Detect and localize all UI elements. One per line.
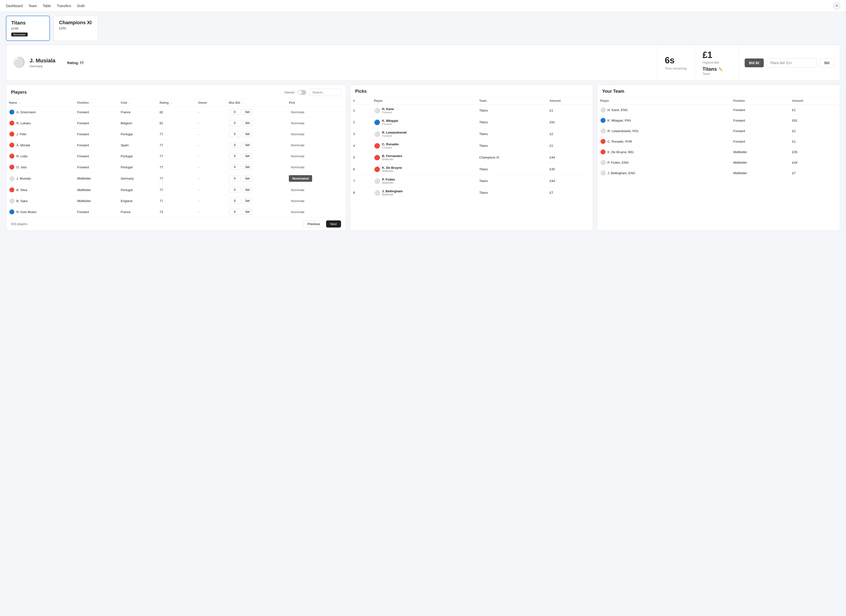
- max-bid-input[interactable]: [229, 187, 241, 193]
- nav-item-table[interactable]: Table: [43, 4, 51, 8]
- table-row: ⚪ R. Lewandowski, POL Forward £2: [597, 126, 840, 136]
- player-name-cell: 🔴 R. Lukaku: [6, 118, 74, 129]
- yt-player-name: K. De Bruyne, BEL: [608, 150, 634, 154]
- player-name: R. Leão: [16, 154, 28, 158]
- nominate-button[interactable]: Nominate: [289, 198, 307, 204]
- set-button[interactable]: Set: [242, 209, 252, 215]
- set-button[interactable]: Set: [242, 120, 252, 126]
- set-button[interactable]: Set: [242, 131, 252, 137]
- max-bid-input[interactable]: [229, 176, 241, 182]
- nominated-button[interactable]: Nominated: [289, 175, 312, 182]
- max-bid-input[interactable]: [229, 120, 241, 126]
- pagination: Previous Next: [303, 220, 341, 227]
- nav-item-team[interactable]: Team: [29, 4, 37, 8]
- pick-shirt: ⚪: [374, 178, 380, 184]
- team-card-titans[interactable]: Titans £249 Nominator: [6, 16, 50, 41]
- user-icon[interactable]: [833, 3, 840, 9]
- set-button[interactable]: Set: [242, 176, 252, 182]
- table-row: 🔴 J. Félix Forward Portugal 77 - Set Nom…: [6, 129, 346, 140]
- yt-position: Forward: [730, 126, 789, 136]
- team-cards-container: Titans £249 Nominator Champions XI £250: [6, 16, 98, 41]
- player-maxbid-cell: Set: [226, 151, 286, 162]
- table-row: ⚪ J. Bellingham, ENG Midfielder £7: [597, 168, 840, 178]
- nav-item-draft[interactable]: Draft: [77, 4, 84, 8]
- max-bid-input[interactable]: [229, 109, 241, 115]
- bid-button[interactable]: Bid $2: [745, 59, 764, 67]
- yt-amount: £1: [789, 105, 840, 115]
- nav-item-dashboard[interactable]: Dashboard: [6, 4, 23, 8]
- player-maxbid-cell: Set: [226, 118, 286, 129]
- set-button[interactable]: Set: [242, 164, 252, 170]
- pick-amount: £91: [546, 116, 593, 128]
- pick-shirt: 🔵: [374, 119, 380, 125]
- set-button[interactable]: Set: [242, 153, 252, 159]
- col-yt-player: Player: [597, 97, 730, 105]
- nominate-button[interactable]: Nominate: [289, 120, 307, 126]
- nominate-button[interactable]: Nominate: [289, 131, 307, 137]
- table-row: ⚪ P. Foden, ENG Midfielder £44: [597, 157, 840, 168]
- col-position: Position ↑↓: [74, 99, 118, 107]
- pick-team: Titans: [476, 105, 546, 116]
- table-row: 🔴 K. De Bruyne, BEL Midfielder £35: [597, 147, 840, 157]
- player-maxbid-cell: Set: [226, 129, 286, 140]
- max-bid-input[interactable]: [229, 164, 241, 170]
- max-bid-input[interactable]: [229, 209, 241, 215]
- players-table-footer: 933 players Previous Next: [6, 217, 346, 230]
- player-club: Portugal: [118, 185, 157, 195]
- search-input[interactable]: [309, 89, 341, 96]
- table-row: ⚪ J. Musiala Midfielder Germany 77 - Set…: [6, 173, 346, 185]
- previous-button[interactable]: Previous: [303, 220, 324, 227]
- player-position: Forward: [74, 140, 118, 151]
- nominate-button[interactable]: Nominate: [289, 187, 307, 193]
- player-maxbid-cell: Set: [226, 162, 286, 173]
- max-bid-input[interactable]: [229, 131, 241, 137]
- pick-player-name: B. Fernandes: [382, 154, 402, 158]
- nominate-button[interactable]: Nominate: [289, 164, 307, 170]
- player-position: Forward: [74, 129, 118, 140]
- player-position: Midfielder: [74, 185, 118, 195]
- max-bid-input[interactable]: [229, 142, 241, 148]
- table-row: 5 🔴 B. Fernandes Midfielder Champions XI…: [350, 152, 593, 163]
- player-maxbid-cell: Set: [226, 207, 286, 217]
- player-shirt: 🔴: [9, 121, 15, 125]
- player-name: A. Griezmann: [16, 110, 36, 114]
- nominate-button[interactable]: Nominate: [289, 109, 307, 115]
- auction-place-bid: Bid $2 Bid: [739, 45, 840, 81]
- auction-timer: 6s Time remaining: [657, 45, 695, 81]
- nominate-button[interactable]: Nominate: [289, 209, 307, 215]
- table-row: 🔴 R. Lukaku Forward Belgium 82 - Set Nom…: [6, 118, 346, 129]
- col-yt-amount: Amount: [789, 97, 840, 105]
- max-bid-input[interactable]: [229, 198, 241, 204]
- owned-toggle[interactable]: [297, 90, 306, 95]
- table-row: 🔴 R. Leão Forward Portugal 77 - Set Nomi…: [6, 151, 346, 162]
- main-content: ⚪ J. Musiala Germany Rating: 77 6s Time …: [0, 45, 846, 236]
- player-shirt: 🔴: [9, 143, 15, 147]
- set-button[interactable]: Set: [242, 109, 252, 115]
- nominate-button[interactable]: Nominate: [289, 153, 307, 159]
- nav-item-transfers[interactable]: Transfers: [57, 4, 71, 8]
- player-name-cell: ⚪ B. Saka: [6, 195, 74, 207]
- edit-icon[interactable]: ✏️: [719, 67, 723, 71]
- owned-label: Owned: [284, 91, 294, 94]
- max-bid-input[interactable]: [229, 153, 241, 159]
- set-button[interactable]: Set: [242, 198, 252, 204]
- col-num: #: [350, 97, 371, 105]
- auction-panel: ⚪ J. Musiala Germany Rating: 77 6s Time …: [6, 45, 840, 81]
- player-owner: -: [195, 195, 226, 207]
- next-button[interactable]: Next: [326, 220, 341, 227]
- players-table-body: 🔵 A. Griezmann Forward France 82 - Set N…: [6, 107, 346, 217]
- bid-input[interactable]: [767, 58, 817, 67]
- pick-amount: £7: [546, 187, 593, 199]
- player-name-cell: ⚪ J. Musiala: [6, 173, 74, 185]
- table-row: 🔵 K. Mbappé, FRA Forward £91: [597, 115, 840, 126]
- player-rating: 82: [157, 107, 195, 118]
- player-club: England: [118, 195, 157, 207]
- set-button[interactable]: Set: [242, 187, 252, 193]
- table-row: ⚪ H. Kane, ENG Forward £1: [597, 105, 840, 115]
- nominate-button[interactable]: Nominate: [289, 142, 307, 148]
- team-card-championsxi[interactable]: Champions XI £250: [54, 16, 98, 41]
- set-button[interactable]: Set: [242, 142, 252, 148]
- timer-label: Time remaining: [665, 66, 687, 70]
- yt-player-cell: 🔴 K. De Bruyne, BEL: [597, 147, 730, 157]
- bid-submit-button[interactable]: Bid: [820, 58, 834, 67]
